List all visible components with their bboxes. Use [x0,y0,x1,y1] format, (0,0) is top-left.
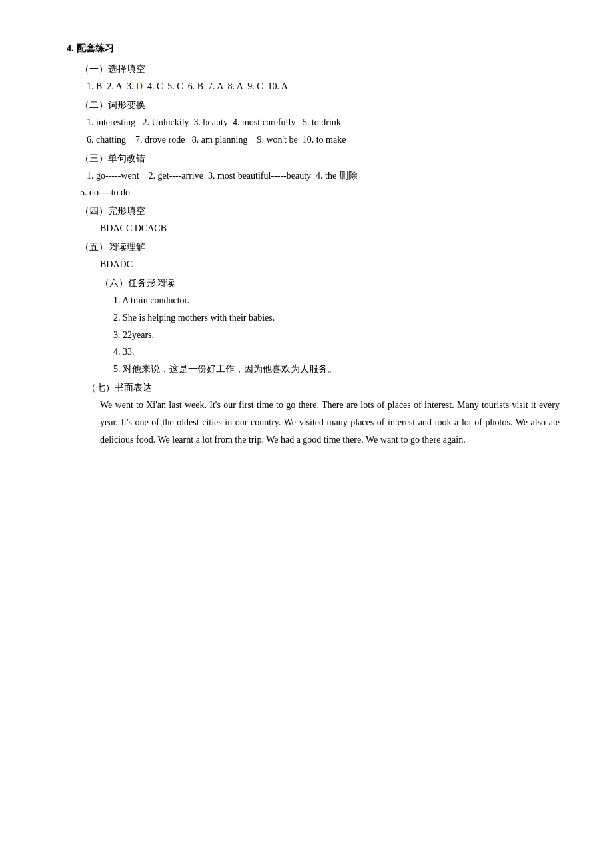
subsection-er: （二）词形变换 1. interesting 2. Unluckily 3. b… [80,97,560,149]
section-heading: 配套练习 [77,40,114,57]
subsection-wu: （五）阅读理解 BDADC （六）任务形阅读 1. A train conduc… [80,239,560,449]
subsection-er-title: （二）词形变换 [80,97,560,114]
section-title: 4. 配套练习 [67,40,560,57]
subsection-wu-title: （五）阅读理解 [80,239,560,256]
section-number: 4. [67,40,74,57]
subsection-san: （三）单句改错 1. go-----went 2. get----arrive … [80,150,560,202]
liu-item-4: 4. 33. [113,343,560,361]
subsection-si-line1: BDACC DCACB [100,220,560,237]
subsection-si-title: （四）完形填空 [80,203,560,220]
subsection-san-line2: 5. do----to do [80,184,560,201]
subsection-qi-paragraph: We went to Xi'an last week. It's our fir… [100,397,560,449]
subsection-wu-line1: BDADC [100,256,560,273]
subsection-san-title: （三）单句改错 [80,150,560,167]
subsection-qi: （七）书面表达 We went to Xi'an last week. It's… [87,379,560,449]
main-content: 4. 配套练习 （一）选择填空 1. B 2. A 3. D 4. C 5. C… [67,40,560,449]
subsection-qi-title: （七）书面表达 [87,379,560,397]
liu-item-3: 3. 22years. [113,327,560,344]
subsection-liu-items: 1. A train conductor. 2. She is helping … [113,292,560,378]
subsection-yi-line1: 1. B 2. A 3. D 4. C 5. C 6. B 7. A 8. A … [87,78,560,95]
subsection-er-line2: 6. chatting 7. drove rode 8. am planning… [87,131,560,149]
subsection-er-line1: 1. interesting 2. Unluckily 3. beauty 4.… [87,114,560,131]
liu-item-2: 2. She is helping mothers with their bab… [113,309,560,327]
subsection-yi-title: （一）选择填空 [80,61,560,78]
subsection-liu: （六）任务形阅读 1. A train conductor. 2. She is… [100,275,560,378]
subsection-san-line1: 1. go-----went 2. get----arrive 3. most … [87,167,560,185]
liu-item-1: 1. A train conductor. [113,292,560,309]
subsection-liu-title: （六）任务形阅读 [100,275,560,292]
subsection-yi: （一）选择填空 1. B 2. A 3. D 4. C 5. C 6. B 7.… [80,61,560,95]
paragraph-text: We went to Xi'an last week. It's our fir… [100,397,560,449]
subsection-si: （四）完形填空 BDACC DCACB [80,203,560,237]
liu-item-5: 5. 对他来说，这是一份好工作，因为他喜欢为人服务。 [113,361,560,378]
